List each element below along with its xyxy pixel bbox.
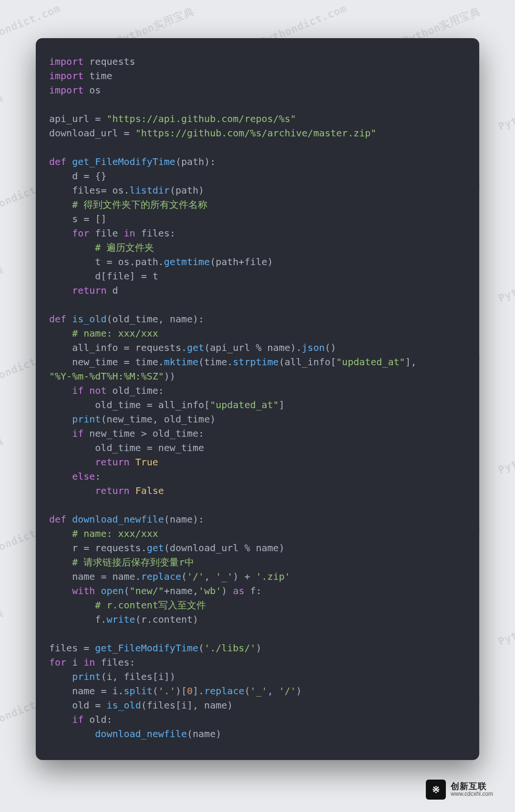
code-token	[83, 56, 89, 67]
code-token: get	[187, 342, 204, 353]
watermark-text: Python实用宝典	[0, 262, 6, 306]
brand-cn: 创新互联	[451, 782, 493, 791]
code-token	[49, 542, 72, 554]
code-token: +name,	[164, 585, 198, 596]
code-token: old_time = new_time	[95, 442, 204, 453]
code-token	[49, 185, 72, 196]
code-token: ]	[279, 399, 285, 411]
code-token: def	[49, 313, 66, 325]
code-token: print	[72, 671, 101, 682]
code-token: False	[135, 485, 164, 496]
code-token: ):	[204, 156, 216, 167]
code-token: name	[170, 514, 193, 525]
code-token: (	[175, 156, 181, 167]
footer-brand: ※ 创新互联 www.cdcxhl.com	[426, 780, 493, 800]
code-token: ] = t	[130, 270, 158, 282]
watermark-text: Python实用宝典	[0, 90, 6, 134]
code-token	[49, 528, 72, 539]
code-token: if	[72, 385, 83, 396]
code-token: (	[164, 514, 170, 525]
code-token: old_time:	[106, 385, 164, 396]
code-token: time	[89, 70, 112, 82]
code-token: True	[135, 456, 158, 468]
code-token: (path)	[170, 185, 204, 196]
code-token	[89, 227, 95, 239]
code-token: return	[72, 285, 106, 296]
code-token: # name: xxx/xxx	[72, 328, 158, 339]
code-token: './libs/'	[204, 642, 256, 654]
code-token: strptime	[233, 356, 278, 368]
code-token: (all_info[	[279, 356, 336, 368]
code-token: # 得到文件夹下的所有文件名称	[72, 199, 207, 210]
code-token: '/'	[279, 685, 296, 697]
code-token: os	[89, 84, 101, 96]
code-token: 'wb'	[198, 585, 221, 596]
watermark-text: Python实用宝典	[0, 433, 6, 477]
code-token: d = {}	[72, 170, 106, 182]
code-token	[49, 685, 72, 697]
code-token: ))	[164, 370, 175, 382]
code-token	[49, 485, 95, 496]
code-token: new_time = time.	[72, 356, 164, 368]
code-token	[49, 170, 72, 182]
code-token: "https://api.github.com/repos/%s"	[106, 113, 296, 124]
code-token	[49, 456, 95, 468]
code-token: f:	[244, 585, 261, 596]
code-token: def	[49, 156, 66, 167]
code-token: write	[106, 614, 135, 625]
code-token	[118, 227, 124, 239]
code-token: ()	[325, 342, 336, 353]
code-token: ):	[193, 514, 204, 525]
code-token: file	[244, 256, 267, 267]
code-token: listdir	[130, 185, 170, 196]
code-token: for	[49, 657, 66, 668]
code-token: (path+	[210, 256, 244, 267]
code-token: )[	[175, 685, 187, 697]
code-token: r = requests.	[72, 542, 147, 554]
code-token: import	[49, 70, 83, 82]
code-token: )	[256, 642, 262, 654]
code-token: ],	[405, 356, 417, 368]
code-token	[135, 227, 141, 239]
code-token: json	[302, 342, 325, 353]
code-token: import	[49, 56, 83, 67]
code-token: ) +	[233, 571, 256, 582]
code-token	[49, 356, 72, 368]
code-token: for	[72, 227, 89, 239]
code-token: download_newfile	[72, 514, 164, 525]
code-token: mktime	[164, 356, 198, 368]
code-token: if	[72, 714, 83, 725]
code-token	[49, 599, 95, 611]
code-token: in	[124, 227, 135, 239]
code-token	[66, 156, 72, 167]
code-token	[49, 614, 95, 625]
code-token	[95, 585, 101, 596]
code-token	[66, 313, 72, 325]
code-token	[49, 714, 72, 725]
code-token: get_FileModifyTime	[72, 156, 175, 167]
code-token: '/'	[187, 571, 204, 582]
watermark-text: Python实用宝典	[496, 433, 515, 477]
code-token: old:	[83, 714, 112, 725]
code-token	[83, 385, 89, 396]
code-token	[49, 285, 72, 296]
code-token: (name)	[187, 728, 221, 740]
code-token: # r.content写入至文件	[95, 599, 206, 611]
code-token: (	[198, 642, 204, 654]
code-token: '.zip'	[256, 571, 290, 582]
code-token	[49, 227, 72, 239]
code-token: )	[268, 256, 273, 267]
code-token	[83, 84, 89, 96]
brand-en: www.cdcxhl.com	[451, 791, 493, 797]
code-token: name = name.	[72, 571, 141, 582]
code-token	[49, 270, 95, 282]
code-token: old_time, name	[112, 313, 193, 325]
code-token	[49, 571, 72, 582]
code-token: '.'	[158, 685, 175, 697]
code-token: old =	[72, 699, 106, 711]
code-token: 0	[187, 685, 193, 697]
code-token: api_url =	[49, 113, 106, 124]
code-token: files:	[95, 657, 135, 668]
code-token	[49, 385, 72, 396]
code-token: (r.content)	[135, 614, 198, 625]
